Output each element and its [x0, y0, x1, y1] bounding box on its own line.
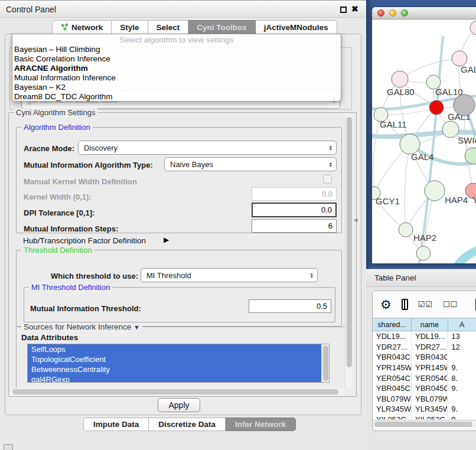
- tab-network[interactable]: Network: [52, 20, 112, 35]
- sources-title-text: Sources for Network Inference: [24, 322, 131, 331]
- settings-horizontal-scrollbar[interactable]: [11, 388, 345, 395]
- aracne-mode-combobox[interactable]: Discovery ▲▼: [78, 141, 337, 155]
- algorithm-option[interactable]: Mutual Information Inference: [12, 73, 341, 83]
- manual-kernel-width-checkbox[interactable]: [323, 175, 332, 184]
- mi-threshold-group: MI Threshold Definition Mutual Informati…: [24, 287, 335, 322]
- network-node[interactable]: [470, 21, 476, 35]
- minimized-panel-icon[interactable]: [4, 444, 13, 450]
- network-node-gal80[interactable]: [392, 71, 408, 87]
- mi-steps-field[interactable]: 6: [252, 219, 337, 233]
- algorithm-definition-group: Algorithm Definition Aracne Mode: Discov…: [16, 127, 342, 233]
- network-node-gal1[interactable]: [429, 100, 444, 115]
- combobox-arrows-icon: ▲▼: [329, 158, 332, 171]
- table-cell: YDR27...: [412, 342, 448, 353]
- mi-threshold-label: Mutual Information Threshold:: [30, 304, 141, 313]
- checked-checkboxes-icon[interactable]: ☑☑: [418, 300, 433, 309]
- node-table[interactable]: shared...nameA YDL19...YDL19...13YDR27..…: [373, 318, 476, 419]
- algorithm-dropdown-prompt: Select algorithm to view settings: [12, 34, 341, 45]
- close-icon[interactable]: ✖: [351, 4, 358, 14]
- mi-algorithm-type-combobox[interactable]: Naive Bayes ▲▼: [164, 157, 337, 171]
- unchecked-checkboxes-icon[interactable]: ☐☐: [443, 300, 458, 309]
- network-node[interactable]: [454, 94, 475, 116]
- kernel-width-field[interactable]: 0.0: [252, 187, 337, 201]
- split-columns-icon[interactable]: [402, 299, 408, 310]
- table-row[interactable]: YLR345WYLR345W9.: [373, 404, 476, 415]
- tab-discretize-data[interactable]: Discretize Data: [149, 418, 226, 431]
- mi-threshold-field[interactable]: 0.5: [249, 299, 331, 313]
- network-canvas[interactable]: GALGAL80GAL10GAL1GAL11SWI4GAL4GCY1HAP4YH…: [372, 19, 476, 263]
- table-row[interactable]: YDL19...YDL19...13: [373, 331, 476, 342]
- control-panel-titlebar: Control Panel ✖: [0, 0, 366, 18]
- table-panel-titlebar: Table Panel: [366, 269, 476, 287]
- tab-impute-data[interactable]: Impute Data: [83, 418, 149, 431]
- data-attribute-item[interactable]: SelfLoops: [28, 344, 329, 354]
- tab-label: Select: [157, 23, 180, 32]
- column-header[interactable]: name: [412, 318, 448, 331]
- aracne-mode-value: Discovery: [84, 144, 118, 152]
- table-row[interactable]: YER054CYER054C8.: [373, 373, 476, 383]
- attribute-list-scrollbar[interactable]: [321, 344, 329, 383]
- table-panel-title: Table Panel: [374, 273, 416, 282]
- network-node-hap2[interactable]: [399, 223, 413, 237]
- hub-definition-toggle[interactable]: Hub/Transcription Factor Definition: [23, 236, 146, 245]
- split-pane-collapse-icon[interactable]: ◀: [354, 217, 357, 223]
- table-toolbar: ⚙ ☑☑ ☐☐: [373, 291, 476, 318]
- control-panel: Control Panel ✖ NetworkStyleSelectCyni T…: [0, 0, 366, 450]
- network-node-swi4[interactable]: [442, 121, 459, 138]
- table-horizontal-scrollbar[interactable]: [373, 420, 476, 427]
- network-node-gal4[interactable]: [400, 134, 420, 154]
- algorithm-option[interactable]: Basic Correlation Inference: [12, 54, 341, 64]
- data-attributes-list[interactable]: SelfLoopsTopologicalCoefficientBetweenne…: [27, 344, 330, 383]
- table-row[interactable]: YPR145WYPR145W9.: [373, 363, 476, 373]
- algorithm-option[interactable]: Bayesian – K2: [12, 83, 341, 92]
- close-traffic-light-icon[interactable]: [377, 9, 384, 17]
- network-view-window[interactable]: GALGAL80GAL10GAL1GAL11SWI4GAL4GCY1HAP4YH…: [372, 7, 476, 263]
- network-window-titlebar[interactable]: [372, 7, 476, 19]
- table-cell: YBL079W: [412, 394, 448, 405]
- table-cell: YER054C: [373, 373, 412, 383]
- gear-icon[interactable]: ⚙: [380, 298, 392, 312]
- table-row[interactable]: YDR27...YDR27...12: [373, 342, 476, 353]
- which-threshold-combobox[interactable]: MI Threshold ▲▼: [141, 268, 318, 282]
- algorithm-option[interactable]: ARACNE Algorithm: [12, 64, 341, 73]
- network-node-hap4[interactable]: [425, 181, 445, 201]
- cyni-bottom-tabs: Impute DataDiscretize DataInfer Network: [83, 418, 296, 431]
- chevron-down-icon[interactable]: ▼: [133, 324, 140, 331]
- data-attribute-item[interactable]: BetweennessCentrality: [28, 364, 329, 374]
- algorithm-option[interactable]: Dream8 DC_TDC Algorithm: [12, 92, 341, 102]
- settings-vertical-scrollbar[interactable]: [345, 115, 353, 388]
- column-header[interactable]: shared...: [373, 318, 412, 331]
- table-row[interactable]: YBR045CYBR045C9.: [373, 383, 476, 394]
- table-cell: YER054C: [412, 373, 448, 383]
- network-node-label: SWI4: [458, 135, 476, 145]
- tab-cyni-toolbox[interactable]: Cyni Toolbox: [188, 20, 256, 35]
- tab-infer-network[interactable]: Infer Network: [226, 418, 296, 431]
- data-attribute-item[interactable]: gal4RGexp: [28, 374, 329, 383]
- network-node[interactable]: [416, 246, 431, 260]
- tab-label: jActiveMNodules: [264, 23, 328, 32]
- dpi-tolerance-field[interactable]: 0.0: [252, 203, 337, 217]
- table-row[interactable]: YIL052CYIL052C9.: [373, 415, 476, 419]
- minimize-traffic-light-icon[interactable]: [389, 9, 396, 17]
- table-cell: YBL079W: [373, 394, 412, 405]
- tab-label: Network: [71, 23, 103, 32]
- table-cell: [448, 394, 476, 405]
- zoom-traffic-light-icon[interactable]: [401, 9, 408, 17]
- algorithm-option[interactable]: Bayesian – Hill Climbing: [12, 45, 341, 54]
- tab-select[interactable]: Select: [148, 20, 189, 35]
- table-cell: YDR27...: [373, 342, 412, 353]
- float-window-icon[interactable]: [340, 6, 347, 13]
- apply-button[interactable]: Apply: [158, 398, 200, 412]
- network-node-label: Y: [472, 195, 476, 205]
- table-row[interactable]: YBR043CYBR043C: [373, 352, 476, 363]
- mi-steps-label: Mutual Information Steps:: [24, 224, 118, 233]
- tab-label: Style: [120, 23, 139, 32]
- data-attribute-item[interactable]: TopologicalCoefficient: [28, 354, 329, 364]
- chevron-right-icon[interactable]: ▶: [164, 236, 169, 244]
- table-row[interactable]: YBL079WYBL079W: [373, 394, 476, 405]
- table-panel-body: ⚙ ☑☑ ☐☐ shared...nameA YDL19...YDL19...1…: [372, 291, 476, 431]
- column-header[interactable]: A: [448, 318, 476, 331]
- table-cell: 9.: [448, 404, 476, 415]
- tab-jactivemnodules[interactable]: jActiveMNodules: [256, 20, 337, 35]
- tab-style[interactable]: Style: [112, 20, 148, 35]
